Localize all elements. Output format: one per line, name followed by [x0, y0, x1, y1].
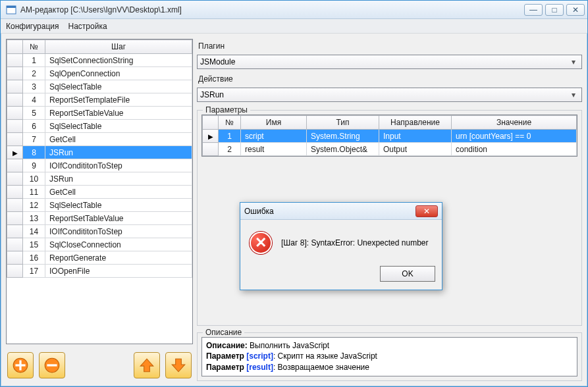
row-header [7, 133, 23, 146]
table-row[interactable]: 4ReportSetTemplateFile [7, 93, 192, 107]
table-row[interactable]: 2resultSystem.Object&Outputcondition [203, 143, 577, 156]
table-row[interactable]: 17IOOpenFile [7, 265, 192, 278]
dialog-titlebar[interactable]: Ошибка ✕ [240, 203, 442, 220]
step-name: ReportGenerate [45, 251, 192, 265]
row-header [7, 186, 23, 199]
step-name: IOIfCondititonToStep [45, 225, 192, 238]
step-name: SqlOpenConnection [45, 67, 192, 80]
chevron-down-icon: ▾ [568, 90, 579, 99]
add-step-button[interactable] [7, 352, 34, 378]
step-name: SqlSelectTable [45, 199, 192, 212]
svg-rect-4 [15, 364, 25, 366]
params-header-direction[interactable]: Направление [379, 116, 452, 130]
params-header-name[interactable]: Имя [241, 116, 307, 130]
move-down-button[interactable] [165, 352, 192, 378]
params-header-num[interactable]: № [219, 116, 241, 130]
step-name: SqlSetConnectionString [45, 54, 192, 67]
app-icon [6, 5, 16, 15]
table-row[interactable]: 9IOIfCondititonToStep [7, 159, 192, 172]
description-group-title: Описание [203, 328, 244, 337]
param-number: 2 [219, 143, 241, 156]
param-name: result [241, 143, 307, 156]
minimize-button[interactable]: — [524, 4, 543, 16]
window-buttons: — □ ✕ [524, 4, 585, 16]
table-row[interactable]: 15SqlCloseConnection [7, 238, 192, 251]
menu-settings[interactable]: Настройка [68, 22, 107, 31]
table-row[interactable]: 3SqlSelectTable [7, 80, 192, 93]
minimize-icon: — [529, 5, 537, 14]
dialog-message: [Шаг 8]: SyntaxError: Unexpected number [281, 238, 428, 247]
step-name: JSRun [45, 172, 192, 186]
table-row[interactable]: 11GetCell [7, 186, 192, 199]
table-row[interactable]: 6SqlSelectTable [7, 120, 192, 133]
step-name: SqlCloseConnection [45, 238, 192, 251]
row-header [7, 80, 23, 93]
titlebar[interactable]: АМ-редактор [C:\Users\IgnVV\Desktop\1.xm… [1, 1, 587, 19]
move-up-button[interactable] [134, 352, 160, 378]
dialog-body: ✕ [Шаг 8]: SyntaxError: Unexpected numbe… [240, 220, 442, 261]
params-header-value[interactable]: Значение [452, 116, 577, 130]
menu-config[interactable]: Конфигурация [6, 22, 59, 31]
step-name: GetCell [45, 133, 192, 146]
step-number: 15 [23, 238, 45, 251]
add-icon [12, 357, 29, 374]
table-row[interactable]: 1SqlSetConnectionString [7, 54, 192, 67]
table-row[interactable]: ▶1scriptSystem.StringInputurn [countYear… [203, 130, 577, 143]
step-number: 9 [23, 159, 45, 172]
step-number: 14 [23, 225, 45, 238]
row-header [7, 265, 23, 278]
table-row[interactable]: 13ReportSetTableValue [7, 212, 192, 225]
menubar: Конфигурация Настройка [1, 19, 587, 34]
plugin-combo[interactable]: JSModule ▾ [197, 55, 582, 69]
app-window: АМ-редактор [C:\Users\IgnVV\Desktop\1.xm… [0, 0, 588, 387]
table-row[interactable]: 7GetCell [7, 133, 192, 146]
row-header: ▶ [7, 146, 23, 159]
steps-grid[interactable]: № Шаг 1SqlSetConnectionString2SqlOpenCon… [6, 39, 193, 344]
param-number: 1 [219, 130, 241, 143]
remove-step-button[interactable] [39, 352, 65, 378]
steps-header-num[interactable]: № [23, 40, 45, 54]
table-row[interactable]: 12SqlSelectTable [7, 199, 192, 212]
ok-button[interactable]: OK [380, 266, 435, 282]
down-icon [170, 357, 187, 374]
plugin-value: JSModule [200, 57, 235, 66]
table-row[interactable]: 2SqlOpenConnection [7, 67, 192, 80]
steps-table: № Шаг 1SqlSetConnectionString2SqlOpenCon… [7, 39, 192, 278]
step-number: 1 [23, 54, 45, 67]
description-group: Описание Описание: Выполнить JavaScript … [197, 332, 582, 381]
maximize-button[interactable]: □ [545, 4, 564, 16]
close-icon: ✕ [423, 207, 430, 216]
step-number: 6 [23, 120, 45, 133]
param-direction: Output [379, 143, 452, 156]
params-table: № Имя Тип Направление Значение ▶1scriptS… [202, 115, 577, 156]
params-corner-header [203, 116, 219, 130]
svg-rect-1 [7, 6, 16, 8]
table-row[interactable]: 5ReportSetTableValue [7, 107, 192, 120]
action-combo[interactable]: JSRun ▾ [197, 88, 582, 102]
step-number: 4 [23, 93, 45, 107]
step-name: SqlSelectTable [45, 80, 192, 93]
error-dialog: Ошибка ✕ ✕ [Шаг 8]: SyntaxError: Unexpec… [240, 202, 442, 290]
table-row[interactable]: ▶8JSRun [7, 146, 192, 159]
params-header-type[interactable]: Тип [307, 116, 379, 130]
row-header [7, 107, 23, 120]
row-header [7, 251, 23, 265]
steps-corner-header [7, 40, 23, 54]
remove-icon [43, 357, 61, 374]
error-icon: ✕ [250, 232, 272, 254]
step-name: ReportSetTableValue [45, 212, 192, 225]
table-row[interactable]: 14IOIfCondititonToStep [7, 225, 192, 238]
steps-header-step[interactable]: Шаг [45, 40, 192, 54]
params-grid[interactable]: № Имя Тип Направление Значение ▶1scriptS… [201, 115, 577, 157]
step-number: 3 [23, 80, 45, 93]
row-header [7, 238, 23, 251]
up-icon [138, 357, 155, 374]
step-number: 8 [23, 146, 45, 159]
table-row[interactable]: 10JSRun [7, 172, 192, 186]
dialog-close-button[interactable]: ✕ [415, 205, 438, 217]
close-button[interactable]: ✕ [566, 4, 585, 16]
table-row[interactable]: 16ReportGenerate [7, 251, 192, 265]
step-number: 17 [23, 265, 45, 278]
step-name: IOIfCondititonToStep [45, 159, 192, 172]
chevron-down-icon: ▾ [568, 57, 579, 66]
